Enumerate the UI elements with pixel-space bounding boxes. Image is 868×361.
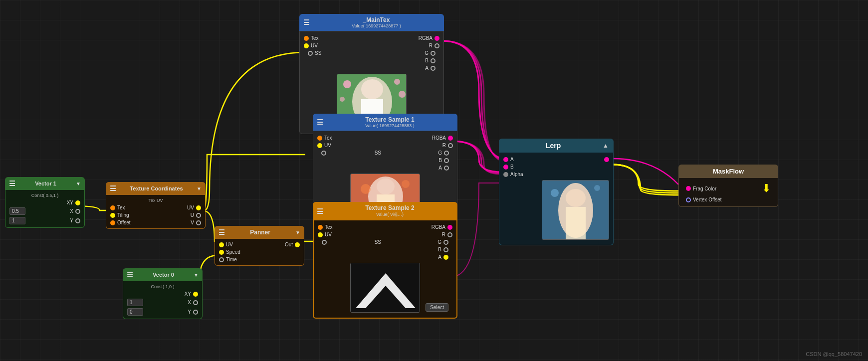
texture-sample2-body: Tex RGBA UV R SS <box>313 220 457 319</box>
panner-dot-time <box>219 257 224 262</box>
port-dot-g-out <box>431 51 435 56</box>
ts2-port-g: G <box>385 238 452 246</box>
ts1-label-uv: UV <box>324 143 331 148</box>
panner-dot-uv <box>219 242 224 247</box>
lerp-label-b: B <box>510 164 514 170</box>
v0-field-1: X <box>123 298 202 307</box>
lerp-body: A B Alpha <box>499 153 614 245</box>
dropdown-arrow-v1[interactable]: ▼ <box>76 181 81 186</box>
tc-label-tex: Tex <box>117 205 125 210</box>
ts2-dot-b <box>443 247 448 252</box>
tc-dot-offset <box>110 220 115 225</box>
ts1-label-b: B <box>438 158 442 163</box>
ts2-label-tex: Tex <box>325 224 333 230</box>
svg-point-23 <box>551 189 559 197</box>
panner-label-speed: Speed <box>226 249 240 255</box>
vector0-y-input[interactable] <box>127 308 143 316</box>
ts2-dot-g <box>443 240 448 245</box>
vector1-x-input[interactable] <box>9 207 25 215</box>
port-dot-a-out <box>431 66 435 71</box>
port-label-r: R <box>429 43 433 48</box>
vector1-node: ☰ Vector 1 ▼ Const( 0.5,1 ) XY X Y <box>5 177 85 228</box>
vector0-node: ☰ Vector 0 ▼ Const( 1,0 ) XY X Y <box>123 268 203 319</box>
lerp-label-a: A <box>510 157 514 162</box>
lerp-port-b: B <box>499 163 613 171</box>
ts1-port-b: B <box>385 157 453 164</box>
port-label-ss: SS <box>315 50 321 56</box>
menu-icon4[interactable]: ☰ <box>110 184 116 192</box>
lerp-collapse-icon[interactable]: ▲ <box>603 142 609 149</box>
menu-icon2[interactable]: ☰ <box>317 118 323 126</box>
ts1-label-a: A <box>438 165 442 171</box>
ts2-dot-a <box>443 255 448 260</box>
ts2-dot-tex <box>318 225 323 230</box>
lerp-dot-alpha <box>503 172 508 177</box>
texture-sample2-node: ☰ Texture Sample 2 Value( V端…) Tex RGBA … <box>313 202 457 319</box>
svg-point-9 <box>399 91 406 98</box>
texture-coords-body: Tex UV Tex UV Tiling U Offs <box>106 195 206 229</box>
watermark: CSDN @qq_58047420 <box>806 351 862 357</box>
vector1-body: Const( 0.5,1 ) XY X Y <box>5 190 85 228</box>
v1-port-xy: XY <box>5 199 84 206</box>
menu-icon[interactable]: ☰ <box>303 18 310 26</box>
port-row-tex: Tex RGBA <box>300 34 443 42</box>
ts1-dot-ss <box>321 151 326 156</box>
ts2-thumbnail-container: Select <box>314 261 456 315</box>
v1-label-y: Y <box>70 218 73 223</box>
v1-field-1: Y <box>5 216 84 225</box>
texture-coords-node: ☰ Texture Coordinates ▼ Tex UV Tex UV Ti… <box>106 182 206 229</box>
panner-port-speed: Speed <box>215 248 304 256</box>
svg-point-13 <box>377 179 395 194</box>
dropdown-arrow-v0[interactable]: ▼ <box>194 272 199 278</box>
ts2-thumbnail <box>350 263 420 313</box>
main-tex-subtitle: Value( 1699274428877 ) <box>313 23 440 28</box>
tc-port-tex: Tex UV <box>106 204 205 211</box>
texture-sample2-subtitle: Value( V端…) <box>326 211 453 218</box>
lerp-dot-b <box>503 165 508 170</box>
mf-port-fragcolor: Frag Color ⬇ <box>682 181 775 196</box>
menu-icon7[interactable]: ☰ <box>127 271 133 279</box>
mf-port-vertexoffset: Vertex Offset <box>682 196 775 203</box>
menu-icon6[interactable]: ☰ <box>9 180 15 187</box>
svg-point-24 <box>594 185 600 191</box>
tc-dot-tiling <box>110 213 115 218</box>
ts2-dot-rgba <box>447 225 452 230</box>
ts1-label-rgba: RGBA <box>432 135 446 141</box>
port-dot-tex-in <box>304 36 309 41</box>
port-label-g: G <box>425 50 429 56</box>
mf-dot-vertexoffset <box>686 197 691 202</box>
maskflow-header: MaskFlow <box>678 165 778 178</box>
ts1-label-tex: Tex <box>324 135 332 141</box>
v0-label-y: Y <box>188 309 191 315</box>
ts2-dot-ss <box>322 240 327 245</box>
vector0-x-input[interactable] <box>127 299 143 306</box>
ts2-port-tex: Tex RGBA <box>314 223 456 231</box>
ts1-dot-g <box>444 151 449 156</box>
panner-label-out: Out <box>285 242 293 247</box>
menu-icon3[interactable]: ☰ <box>317 207 323 215</box>
ts1-dot-r <box>448 143 453 148</box>
ts1-dot-rgba <box>448 136 453 141</box>
port-label-b: B <box>425 58 429 63</box>
vector1-y-input[interactable] <box>9 217 25 224</box>
ts1-dot-b <box>444 158 449 163</box>
dropdown-arrow-panner[interactable]: ▼ <box>295 230 300 235</box>
svg-point-2 <box>361 79 383 99</box>
dropdown-arrow-tc[interactable]: ▼ <box>197 186 202 191</box>
svg-point-8 <box>340 97 345 102</box>
v1-dot-x <box>75 209 80 214</box>
ts1-label-r: R <box>442 143 446 148</box>
ts2-select-button[interactable]: Select <box>426 303 448 312</box>
texture-coords-title: Texture Coordinates <box>119 185 194 191</box>
ts2-port-uv: UV R <box>314 231 456 238</box>
panner-label-time: Time <box>226 257 237 262</box>
texture-sample1-header: ☰ Texture Sample 1 Value( 1699274428883 … <box>313 114 457 131</box>
mf-label-fragcolor: Frag Color <box>693 186 716 191</box>
ts1-label-g: G <box>438 150 442 156</box>
port-row-a: A <box>373 64 439 72</box>
vector1-header: ☰ Vector 1 ▼ <box>5 177 85 190</box>
ts1-port-g: G <box>385 149 453 157</box>
menu-icon5[interactable]: ☰ <box>218 228 225 236</box>
port-dot-b-out <box>431 58 435 63</box>
svg-point-6 <box>343 80 351 88</box>
